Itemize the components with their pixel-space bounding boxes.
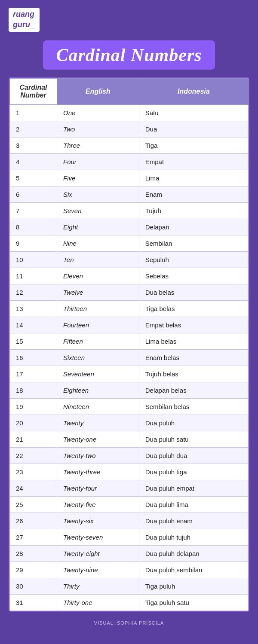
cell-number: 27 [10, 529, 57, 545]
logo-line2: guru [13, 20, 30, 29]
logo-box: ruang guru_ [9, 8, 40, 32]
cell-number: 21 [10, 431, 57, 447]
cell-english: Nine [57, 235, 139, 251]
cell-number: 29 [10, 562, 57, 578]
table-row: 12TwelveDua belas [10, 284, 249, 300]
table-row: 31Thirty-oneTiga puluh satu [10, 594, 249, 610]
table-row: 16SixteenEnam belas [10, 349, 249, 366]
table-row: 26Twenty-sixDua puluh enam [10, 513, 249, 529]
cell-indonesia: Delapan belas [139, 382, 248, 398]
cell-english: Nineteen [57, 398, 139, 415]
cell-english: Five [57, 170, 139, 186]
table-row: 21Twenty-oneDua puluh satu [10, 431, 249, 447]
cell-english: Seventeen [57, 366, 139, 382]
cell-indonesia: Tiga belas [139, 300, 248, 317]
cell-english: Eighteen [57, 382, 139, 398]
cell-indonesia: Dua puluh [139, 415, 248, 431]
cell-number: 4 [10, 153, 57, 170]
cell-number: 31 [10, 594, 57, 610]
cell-number: 22 [10, 447, 57, 464]
cell-indonesia: Lima [139, 170, 248, 186]
table-row: 30ThirtyTiga puluh [10, 578, 249, 594]
table-row: 18EighteenDelapan belas [10, 382, 249, 398]
cell-indonesia: Dua puluh lima [139, 496, 248, 513]
header-indonesia: Indonesia [139, 78, 248, 104]
cell-english: Twenty [57, 415, 139, 431]
cell-number: 14 [10, 317, 57, 333]
cell-english: One [57, 104, 139, 121]
table-container: CardinalNumber English Indonesia 1OneSat… [9, 77, 249, 612]
cell-english: Twenty-two [57, 447, 139, 464]
cell-indonesia: Tujuh belas [139, 366, 248, 382]
table-row: 20TwentyDua puluh [10, 415, 249, 431]
cell-english: Twenty-nine [57, 562, 139, 578]
cell-number: 1 [10, 104, 57, 121]
cell-indonesia: Enam [139, 186, 248, 202]
cell-english: Thirty [57, 578, 139, 594]
table-row: 25Twenty-fiveDua puluh lima [10, 496, 249, 513]
cell-number: 16 [10, 349, 57, 366]
page-title: Cardinal Numbers [56, 45, 202, 65]
cell-english: Twenty-eight [57, 545, 139, 562]
cell-number: 7 [10, 202, 57, 219]
cell-indonesia: Dua puluh dua [139, 447, 248, 464]
cell-indonesia: Satu [139, 104, 248, 121]
table-row: 6SixEnam [10, 186, 249, 202]
table-row: 15FifteenLima belas [10, 333, 249, 349]
table-row: 13ThirteenTiga belas [10, 300, 249, 317]
logo-area: ruang guru_ [0, 0, 258, 36]
cell-english: Twenty-five [57, 496, 139, 513]
table-row: 1OneSatu [10, 104, 249, 121]
cell-english: Fifteen [57, 333, 139, 349]
table-row: 3ThreeTiga [10, 137, 249, 153]
cell-english: Thirty-one [57, 594, 139, 610]
cell-english: Twelve [57, 284, 139, 300]
table-row: 10TenSepuluh [10, 251, 249, 268]
table-row: 27Twenty-sevenDua puluh tujuh [10, 529, 249, 545]
cell-indonesia: Empat belas [139, 317, 248, 333]
table-row: 4FourEmpat [10, 153, 249, 170]
cell-number: 2 [10, 121, 57, 137]
table-row: 2TwoDua [10, 121, 249, 137]
cell-number: 20 [10, 415, 57, 431]
cell-english: Eight [57, 219, 139, 235]
cell-english: Seven [57, 202, 139, 219]
cell-indonesia: Tiga puluh [139, 578, 248, 594]
cell-number: 28 [10, 545, 57, 562]
cell-indonesia: Dua puluh delapan [139, 545, 248, 562]
cell-number: 24 [10, 480, 57, 496]
table-header-row: CardinalNumber English Indonesia [10, 78, 249, 104]
table-row: 7SevenTujuh [10, 202, 249, 219]
header-cardinal-number: CardinalNumber [10, 78, 57, 104]
cell-english: Six [57, 186, 139, 202]
cell-english: Ten [57, 251, 139, 268]
logo-text: ruang guru_ [13, 10, 35, 29]
cell-number: 19 [10, 398, 57, 415]
cell-number: 13 [10, 300, 57, 317]
table-row: 11ElevenSebelas [10, 268, 249, 284]
cell-english: Twenty-one [57, 431, 139, 447]
cell-number: 3 [10, 137, 57, 153]
table-row: 14FourteenEmpat belas [10, 317, 249, 333]
cell-indonesia: Delapan [139, 219, 248, 235]
cell-english: Eleven [57, 268, 139, 284]
title-banner: Cardinal Numbers [43, 40, 215, 70]
cell-indonesia: Dua puluh sembilan [139, 562, 248, 578]
cell-number: 12 [10, 284, 57, 300]
cell-number: 17 [10, 366, 57, 382]
cell-number: 23 [10, 464, 57, 480]
cell-indonesia: Dua puluh tiga [139, 464, 248, 480]
cell-indonesia: Sepuluh [139, 251, 248, 268]
table-row: 28Twenty-eightDua puluh delapan [10, 545, 249, 562]
table-row: 24Twenty-fourDua puluh empat [10, 480, 249, 496]
cell-indonesia: Empat [139, 153, 248, 170]
logo-line1: ruang [13, 10, 34, 18]
cell-number: 11 [10, 268, 57, 284]
table-row: 17SeventeenTujuh belas [10, 366, 249, 382]
table-row: 19NineteenSembilan belas [10, 398, 249, 415]
cell-indonesia: Lima belas [139, 333, 248, 349]
cell-number: 18 [10, 382, 57, 398]
cell-number: 10 [10, 251, 57, 268]
cell-english: Twenty-seven [57, 529, 139, 545]
cell-indonesia: Dua puluh tujuh [139, 529, 248, 545]
